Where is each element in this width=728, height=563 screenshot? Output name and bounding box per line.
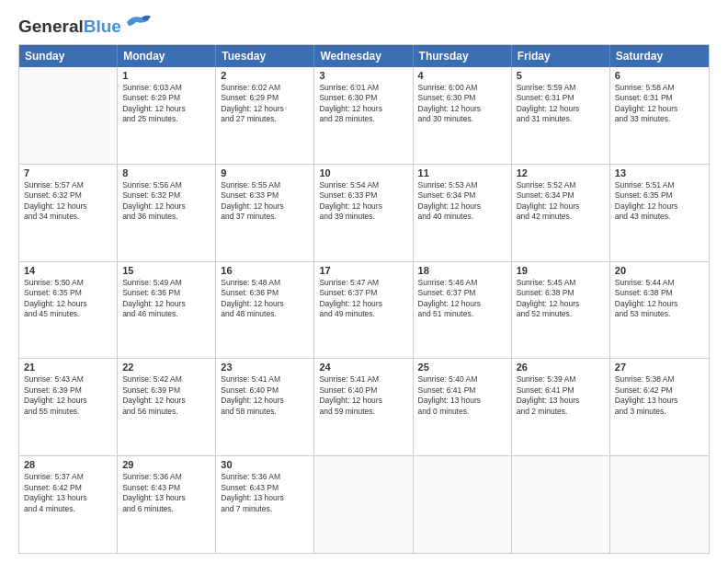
calendar-cell: 23Sunrise: 5:41 AM Sunset: 6:40 PM Dayli… (216, 359, 314, 455)
day-number: 9 (221, 167, 309, 178)
calendar-cell: 20Sunrise: 5:44 AM Sunset: 6:38 PM Dayli… (610, 262, 709, 359)
calendar-cell: 9Sunrise: 5:55 AM Sunset: 6:33 PM Daylig… (216, 165, 314, 261)
day-info: Sunrise: 5:52 AM Sunset: 6:34 PM Dayligh… (517, 180, 605, 223)
calendar-cell: 4Sunrise: 6:00 AM Sunset: 6:30 PM Daylig… (414, 67, 512, 164)
calendar-cell: 12Sunrise: 5:52 AM Sunset: 6:34 PM Dayli… (512, 165, 610, 261)
calendar-cell: 30Sunrise: 5:36 AM Sunset: 6:43 PM Dayli… (216, 456, 314, 553)
calendar-cell: 24Sunrise: 5:41 AM Sunset: 6:40 PM Dayli… (314, 359, 413, 455)
calendar-cell: 26Sunrise: 5:39 AM Sunset: 6:41 PM Dayli… (512, 359, 610, 455)
calendar-cell: 21Sunrise: 5:43 AM Sunset: 6:39 PM Dayli… (19, 359, 118, 455)
day-info: Sunrise: 5:46 AM Sunset: 6:37 PM Dayligh… (418, 278, 506, 320)
calendar-cell: 2Sunrise: 6:02 AM Sunset: 6:29 PM Daylig… (216, 67, 314, 164)
page: GeneralBlue SundayMondayTuesdayWednesday… (0, 0, 728, 563)
day-number: 5 (517, 70, 605, 81)
calendar-week-4: 21Sunrise: 5:43 AM Sunset: 6:39 PM Dayli… (19, 359, 709, 456)
day-info: Sunrise: 5:47 AM Sunset: 6:37 PM Dayligh… (319, 278, 407, 320)
calendar-cell (19, 67, 118, 164)
day-info: Sunrise: 5:37 AM Sunset: 6:42 PM Dayligh… (24, 472, 112, 514)
day-number: 13 (615, 167, 704, 178)
calendar-week-1: 1Sunrise: 6:03 AM Sunset: 6:29 PM Daylig… (19, 67, 709, 165)
logo-blue: Blue (84, 17, 121, 36)
day-info: Sunrise: 6:01 AM Sunset: 6:30 PM Dayligh… (319, 83, 407, 125)
calendar-cell: 6Sunrise: 5:58 AM Sunset: 6:31 PM Daylig… (610, 67, 709, 164)
header-day-monday: Monday (118, 45, 216, 67)
day-info: Sunrise: 5:55 AM Sunset: 6:33 PM Dayligh… (221, 180, 309, 223)
calendar-cell: 29Sunrise: 5:36 AM Sunset: 6:43 PM Dayli… (118, 456, 216, 553)
day-number: 1 (122, 70, 210, 81)
day-info: Sunrise: 5:45 AM Sunset: 6:38 PM Dayligh… (517, 278, 605, 320)
header-day-wednesday: Wednesday (314, 45, 413, 67)
header-day-saturday: Saturday (610, 45, 709, 67)
day-number: 4 (418, 70, 506, 81)
day-number: 30 (221, 459, 309, 470)
day-info: Sunrise: 5:41 AM Sunset: 6:40 PM Dayligh… (221, 374, 309, 417)
day-info: Sunrise: 5:38 AM Sunset: 6:42 PM Dayligh… (615, 374, 704, 417)
day-number: 14 (24, 265, 112, 276)
day-info: Sunrise: 5:42 AM Sunset: 6:39 PM Dayligh… (122, 374, 210, 417)
header-day-tuesday: Tuesday (216, 45, 314, 67)
day-number: 18 (418, 265, 506, 276)
day-info: Sunrise: 5:53 AM Sunset: 6:34 PM Dayligh… (418, 180, 506, 223)
day-number: 21 (24, 362, 112, 373)
calendar-cell: 16Sunrise: 5:48 AM Sunset: 6:36 PM Dayli… (216, 262, 314, 359)
day-info: Sunrise: 5:51 AM Sunset: 6:35 PM Dayligh… (615, 180, 704, 223)
calendar-cell: 28Sunrise: 5:37 AM Sunset: 6:42 PM Dayli… (19, 456, 118, 553)
calendar-cell: 8Sunrise: 5:56 AM Sunset: 6:32 PM Daylig… (118, 165, 216, 261)
day-info: Sunrise: 5:44 AM Sunset: 6:38 PM Dayligh… (615, 278, 704, 320)
day-info: Sunrise: 5:56 AM Sunset: 6:32 PM Dayligh… (122, 180, 210, 223)
day-number: 12 (517, 167, 605, 178)
day-info: Sunrise: 6:00 AM Sunset: 6:30 PM Dayligh… (418, 83, 506, 125)
day-info: Sunrise: 6:03 AM Sunset: 6:29 PM Dayligh… (122, 83, 210, 125)
day-number: 10 (319, 167, 407, 178)
calendar-week-5: 28Sunrise: 5:37 AM Sunset: 6:42 PM Dayli… (19, 456, 709, 553)
calendar-cell: 1Sunrise: 6:03 AM Sunset: 6:29 PM Daylig… (118, 67, 216, 164)
calendar-cell: 7Sunrise: 5:57 AM Sunset: 6:32 PM Daylig… (19, 165, 118, 261)
calendar-body: 1Sunrise: 6:03 AM Sunset: 6:29 PM Daylig… (19, 67, 709, 553)
day-number: 15 (122, 265, 210, 276)
calendar-cell: 27Sunrise: 5:38 AM Sunset: 6:42 PM Dayli… (610, 359, 709, 455)
day-number: 2 (221, 70, 309, 81)
header: GeneralBlue (18, 17, 710, 35)
day-info: Sunrise: 5:58 AM Sunset: 6:31 PM Dayligh… (615, 83, 704, 125)
calendar-cell: 18Sunrise: 5:46 AM Sunset: 6:37 PM Dayli… (414, 262, 512, 359)
calendar-cell (610, 456, 709, 553)
calendar-cell (414, 456, 512, 553)
calendar-cell: 13Sunrise: 5:51 AM Sunset: 6:35 PM Dayli… (610, 165, 709, 261)
day-number: 20 (615, 265, 704, 276)
day-info: Sunrise: 5:40 AM Sunset: 6:41 PM Dayligh… (418, 374, 506, 417)
day-info: Sunrise: 5:36 AM Sunset: 6:43 PM Dayligh… (122, 472, 210, 514)
calendar-cell: 17Sunrise: 5:47 AM Sunset: 6:37 PM Dayli… (314, 262, 413, 359)
calendar-week-2: 7Sunrise: 5:57 AM Sunset: 6:32 PM Daylig… (19, 165, 709, 262)
day-number: 25 (418, 362, 506, 373)
day-number: 7 (24, 167, 112, 178)
day-info: Sunrise: 5:59 AM Sunset: 6:31 PM Dayligh… (517, 83, 605, 125)
day-number: 3 (319, 70, 407, 81)
header-day-thursday: Thursday (414, 45, 512, 67)
logo: GeneralBlue (18, 17, 151, 35)
calendar-cell: 5Sunrise: 5:59 AM Sunset: 6:31 PM Daylig… (512, 67, 610, 164)
day-info: Sunrise: 5:49 AM Sunset: 6:36 PM Dayligh… (122, 278, 210, 320)
day-number: 23 (221, 362, 309, 373)
calendar-cell: 22Sunrise: 5:42 AM Sunset: 6:39 PM Dayli… (118, 359, 216, 455)
calendar-cell: 10Sunrise: 5:54 AM Sunset: 6:33 PM Dayli… (314, 165, 413, 261)
day-number: 29 (122, 459, 210, 470)
calendar: SundayMondayTuesdayWednesdayThursdayFrid… (18, 44, 710, 554)
day-number: 8 (122, 167, 210, 178)
calendar-cell (512, 456, 610, 553)
day-info: Sunrise: 5:43 AM Sunset: 6:39 PM Dayligh… (24, 374, 112, 417)
calendar-week-3: 14Sunrise: 5:50 AM Sunset: 6:35 PM Dayli… (19, 262, 709, 360)
day-number: 6 (615, 70, 704, 81)
header-day-friday: Friday (512, 45, 610, 67)
day-number: 26 (517, 362, 605, 373)
header-day-sunday: Sunday (19, 45, 118, 67)
day-number: 11 (418, 167, 506, 178)
calendar-cell (314, 456, 413, 553)
day-number: 27 (615, 362, 704, 373)
logo-bird-icon (123, 13, 151, 31)
day-number: 16 (221, 265, 309, 276)
calendar-cell: 15Sunrise: 5:49 AM Sunset: 6:36 PM Dayli… (118, 262, 216, 359)
day-number: 22 (122, 362, 210, 373)
calendar-cell: 25Sunrise: 5:40 AM Sunset: 6:41 PM Dayli… (414, 359, 512, 455)
day-info: Sunrise: 6:02 AM Sunset: 6:29 PM Dayligh… (221, 83, 309, 125)
day-info: Sunrise: 5:36 AM Sunset: 6:43 PM Dayligh… (221, 472, 309, 514)
